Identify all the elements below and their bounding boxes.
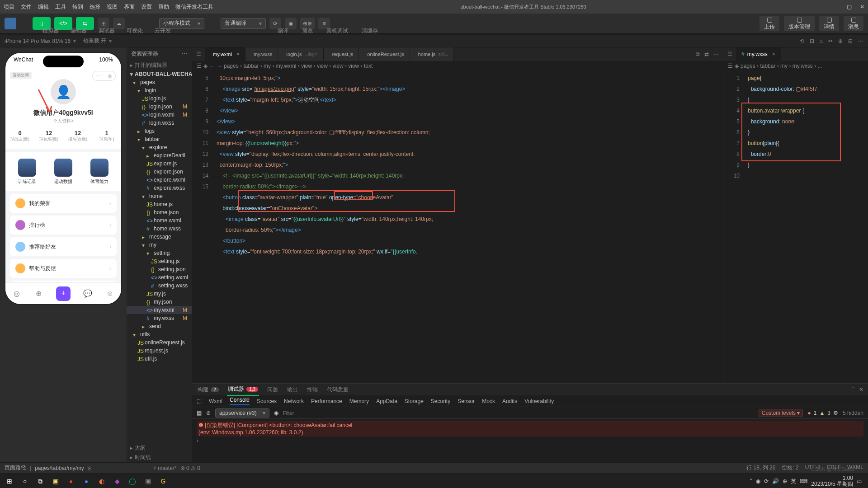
- bc-seg[interactable]: tabbar: [243, 63, 259, 69]
- devtool-tab[interactable]: Performance: [311, 398, 342, 404]
- devtool-tab[interactable]: AppData: [376, 398, 397, 404]
- nav-back-icon[interactable]: ←: [209, 63, 215, 69]
- devtool-tab[interactable]: Security: [431, 398, 450, 404]
- code-editor-1[interactable]: 56789101112131415 10rpx;margin-left: 5rp…: [192, 71, 723, 383]
- card-item[interactable]: 训练记录: [18, 159, 36, 185]
- tree-item[interactable]: ▾tabbar: [127, 135, 192, 143]
- eye-icon[interactable]: ◉: [274, 410, 278, 416]
- devtool-tab[interactable]: Audits: [502, 398, 517, 404]
- list-item[interactable]: 我的荣誉›: [10, 194, 117, 213]
- devtool-tab[interactable]: Mock: [482, 398, 495, 404]
- menu-item[interactable]: 微信开发者工具: [175, 3, 213, 11]
- avatar[interactable]: 👤: [51, 79, 76, 104]
- clock-date[interactable]: 2023/10/5 星期四: [811, 481, 853, 487]
- close-tab-icon[interactable]: ×: [236, 51, 240, 57]
- tree-item[interactable]: #home.wxss: [127, 225, 192, 233]
- tab-problems[interactable]: 问题: [266, 384, 279, 395]
- stat-item[interactable]: 12报名(次数): [63, 130, 92, 142]
- bc-seg[interactable]: pages: [224, 63, 239, 69]
- devtool-tab[interactable]: Vulnerability: [524, 398, 554, 404]
- hot-reload[interactable]: 热重载 开: [83, 37, 106, 45]
- tab-message-icon[interactable]: 💬: [83, 289, 93, 299]
- tree-item[interactable]: ▾setting: [127, 249, 192, 257]
- tree-item[interactable]: ▾explore: [127, 143, 192, 151]
- notif-icon[interactable]: ▭: [857, 478, 862, 484]
- tree-item[interactable]: #login.wxss: [127, 119, 192, 127]
- tab-compass-icon[interactable]: ⊕: [34, 289, 44, 299]
- tab-terminal[interactable]: 终端: [306, 384, 319, 395]
- tab-my-wxss[interactable]: #my.wxss×: [736, 47, 781, 61]
- bc-seg[interactable]: pages: [741, 63, 755, 69]
- chrome-icon[interactable]: ●: [64, 475, 78, 487]
- tray-sync-icon[interactable]: ⟳: [764, 478, 769, 484]
- console-prompt[interactable]: ›: [197, 437, 863, 444]
- filter-input[interactable]: [283, 410, 754, 416]
- tray-ime-icon[interactable]: 英: [791, 478, 796, 485]
- maximize-icon[interactable]: ▢: [847, 4, 852, 10]
- menu-item[interactable]: 选择: [90, 3, 100, 11]
- tree-item[interactable]: {}my.json: [127, 298, 192, 306]
- tree-item[interactable]: ▾login: [127, 86, 192, 94]
- editor-tab[interactable]: home.js api\...: [410, 47, 454, 61]
- wechat-icon[interactable]: ◯: [126, 475, 139, 487]
- chrome-icon-2[interactable]: ●: [80, 475, 93, 487]
- code-content-1[interactable]: 10rpx;margin-left: 5rpx;"> <image src="/…: [213, 71, 723, 383]
- tree-item[interactable]: JSsetting.js: [127, 257, 192, 265]
- tab-location-icon[interactable]: ◎: [12, 289, 22, 299]
- outline[interactable]: ▸ 大纲: [127, 443, 192, 453]
- tree-item[interactable]: JSrequest.js: [127, 347, 192, 355]
- tree-item[interactable]: <>setting.wxml: [127, 273, 192, 282]
- bc-seg[interactable]: view: [348, 63, 359, 69]
- menu-item[interactable]: 转到: [72, 3, 83, 11]
- stat-item[interactable]: 0球战友(数): [5, 130, 34, 142]
- inspect-icon[interactable]: ⬚: [197, 398, 202, 404]
- tab-list-icon[interactable]: ☰: [192, 47, 205, 61]
- devtool-tab[interactable]: Sensor: [458, 398, 475, 404]
- menu-item[interactable]: 工具: [55, 3, 66, 11]
- list-item[interactable]: 推荐给好友›: [10, 237, 117, 256]
- devtool-tab[interactable]: Wxml: [209, 398, 222, 404]
- tree-item[interactable]: <>home.wxml: [127, 216, 192, 225]
- stat-item[interactable]: 12球包场(数): [34, 130, 63, 142]
- bc-seg[interactable]: my.wxml: [276, 63, 297, 69]
- menu-item[interactable]: 界面: [124, 3, 135, 11]
- nav-list-icon[interactable]: ☰: [197, 63, 202, 69]
- tab-output[interactable]: 输出: [286, 384, 299, 395]
- bc-seg[interactable]: tabbar: [760, 63, 775, 69]
- bc-seg[interactable]: view: [333, 63, 344, 69]
- tree-item[interactable]: ▾home: [127, 192, 192, 200]
- open-editors[interactable]: ▸ 打开的编辑器: [127, 61, 192, 70]
- tree-item[interactable]: ▸logs: [127, 127, 192, 135]
- rotate-icon[interactable]: ⟲: [800, 38, 804, 44]
- tree-item[interactable]: JShome.js: [127, 200, 192, 208]
- minimize-icon[interactable]: —: [833, 4, 839, 10]
- bookmark-icon[interactable]: ◈: [203, 63, 208, 69]
- search-icon[interactable]: ○: [18, 475, 32, 487]
- devtool-tab[interactable]: Storage: [405, 398, 424, 404]
- card-item[interactable]: 体育能力: [90, 159, 108, 185]
- editor-tab[interactable]: request.js: [324, 47, 359, 61]
- list-item[interactable]: 排行榜›: [10, 216, 117, 235]
- bc-seg[interactable]: ...: [818, 63, 822, 69]
- scan-icon[interactable]: ⊟: [848, 38, 853, 44]
- location-icon[interactable]: ⊕: [838, 38, 843, 44]
- level-select[interactable]: Custom levels ▾: [759, 409, 803, 417]
- menu-item[interactable]: 帮助: [158, 3, 169, 11]
- nav-fwd-icon[interactable]: →: [217, 63, 222, 69]
- tree-item[interactable]: ▸exploreDeatil: [127, 151, 192, 160]
- editor-tab[interactable]: my.wxml×: [205, 47, 245, 61]
- tab-build[interactable]: 构建 2: [197, 384, 220, 395]
- menu-item[interactable]: 编辑: [38, 3, 49, 11]
- page-tag[interactable]: 运动空间: [10, 72, 32, 79]
- tab-face-icon[interactable]: ☺: [105, 289, 115, 299]
- tray-up-icon[interactable]: ˄: [750, 478, 752, 484]
- bc-seg[interactable]: my.wxss: [793, 63, 813, 69]
- console-output[interactable]: ❶ [渲染层错误] [Component] <button>: chooseAv…: [192, 419, 868, 462]
- profile-link[interactable]: 个人资料>: [53, 118, 74, 124]
- panel-up-icon[interactable]: ˄: [852, 386, 854, 393]
- tray-net-icon[interactable]: ⊕: [783, 478, 787, 484]
- editor-tab[interactable]: onlineRequest.js: [359, 47, 410, 61]
- more-icon[interactable]: ⋯: [858, 38, 863, 44]
- tab-more-icon[interactable]: ⋯: [713, 51, 719, 57]
- bc-seg[interactable]: text: [364, 63, 373, 69]
